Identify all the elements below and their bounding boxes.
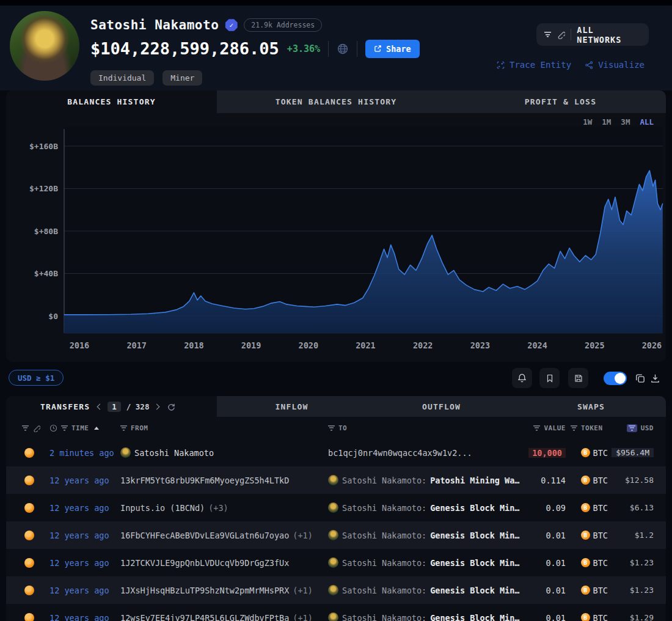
bitcoin-token-icon: [24, 503, 34, 513]
entity-avatar: [328, 612, 338, 621]
next-page-icon[interactable]: [154, 403, 160, 410]
table-row[interactable]: 12 years ago 13krFM5YtG8rbU9KFm6MyoeygZS…: [6, 466, 666, 494]
chart-visibility-toggle[interactable]: [604, 372, 627, 385]
transfer-to-cell[interactable]: Satoshi Nakamoto:Genesis Block Min…: [328, 585, 522, 595]
transfer-from-cell[interactable]: 12wsEv7EE4jv97LP4R5L6LGLZWdbvFPtBa(+1): [120, 613, 328, 621]
transfer-time-link[interactable]: 12 years ago: [40, 503, 120, 513]
transfers-rows: 2 minutes ago Satoshi Nakamoto bc1qcj0nr…: [6, 439, 666, 621]
transfer-time-link[interactable]: 12 years ago: [40, 558, 120, 568]
range-all[interactable]: ALL: [640, 117, 654, 127]
column-to[interactable]: TO: [328, 424, 522, 432]
tab-swaps[interactable]: SWAPS: [516, 396, 666, 417]
transfer-from-cell[interactable]: 1J2TCKVJLE9gpQnbLVDUcqVb9DrGgZ3fUx: [120, 558, 328, 568]
balance-history-chart[interactable]: $0$+40B$+80B$+120B$+160B2016201720182019…: [6, 113, 666, 362]
filter-all-icon[interactable]: [22, 425, 29, 431]
download-button[interactable]: [649, 373, 661, 384]
globe-icon[interactable]: [337, 43, 349, 55]
column-time[interactable]: TIME: [40, 424, 120, 432]
tab-balances-history[interactable]: BALANCES HISTORY: [6, 90, 217, 113]
transfer-value: 0.01: [546, 558, 566, 568]
transfer-time-link[interactable]: 2 minutes ago: [40, 448, 120, 458]
filter-value-icon[interactable]: [533, 425, 540, 431]
tab-inflow[interactable]: INFLOW: [217, 396, 367, 417]
transfer-time-link[interactable]: 12 years ago: [40, 613, 120, 621]
tag-individual[interactable]: Individual: [90, 70, 154, 86]
copy-button[interactable]: [635, 373, 646, 384]
transfer-time-link[interactable]: 12 years ago: [40, 586, 120, 595]
table-row[interactable]: 12 years ago 16FbCYHFecABeBVDvLEa9VGLatn…: [6, 521, 666, 549]
alert-bell-button[interactable]: [512, 368, 532, 388]
transfer-from-cell[interactable]: 1JXsHjHsqHBzLuTP9ShzNtw2pmMrMHsPRX(+1): [120, 586, 328, 595]
transfer-to-cell[interactable]: Satoshi Nakamoto:Genesis Block Min…: [328, 502, 522, 513]
transfer-usd-value: $1.29: [630, 613, 654, 621]
prev-page-icon[interactable]: [97, 403, 103, 410]
bitcoin-token-icon: [24, 448, 34, 458]
svg-text:2024: 2024: [527, 340, 547, 350]
download-icon: [649, 373, 661, 384]
range-1w[interactable]: 1W: [583, 117, 592, 127]
column-value[interactable]: VALUE: [522, 424, 566, 432]
refresh-button[interactable]: [167, 402, 176, 411]
filter-time-icon[interactable]: [61, 425, 68, 431]
tab-outflow[interactable]: OUTFLOW: [367, 396, 516, 417]
transfer-to-cell[interactable]: Satoshi Nakamoto:Patoshi Mining Wa…: [328, 475, 522, 485]
usd-filter-chip[interactable]: USD ≥ $1: [9, 370, 64, 386]
addresses-count-badge[interactable]: 21.9k Addresses: [244, 18, 322, 32]
transfer-value: 0.09: [546, 503, 566, 513]
visualize-button[interactable]: Visualize: [585, 60, 645, 70]
transfer-from-cell[interactable]: 16FbCYHFecABeBVDvLEa9VGLatn6u7oyao(+1): [120, 531, 328, 540]
bitcoin-token-icon: [24, 531, 34, 540]
transfer-token: B BTC: [566, 586, 608, 595]
table-row[interactable]: 2 minutes ago Satoshi Nakamoto bc1qcj0nr…: [6, 439, 666, 466]
entity-avatar: [328, 530, 338, 540]
tag-miner[interactable]: Miner: [163, 70, 202, 86]
graph-icon: [585, 61, 594, 70]
network-selector[interactable]: ALL NETWORKS: [536, 23, 649, 46]
transfer-token: B BTC: [566, 503, 608, 513]
table-row[interactable]: 12 years ago 1JXsHjHsqHBzLuTP9ShzNtw2pmM…: [6, 576, 666, 604]
svg-text:2018: 2018: [184, 340, 204, 350]
column-from[interactable]: FROM: [120, 424, 328, 432]
link-icon[interactable]: [32, 424, 40, 432]
table-row[interactable]: 12 years ago Inputs.io (1BCNd)(+3) Satos…: [6, 494, 666, 521]
save-button[interactable]: [568, 368, 588, 388]
trace-entity-button[interactable]: Trace Entity: [496, 60, 571, 70]
column-token[interactable]: TOKEN: [566, 424, 608, 432]
column-usd[interactable]: USD: [608, 424, 654, 432]
sort-ascending-icon[interactable]: [94, 427, 99, 430]
share-button[interactable]: Share: [365, 40, 420, 58]
transfer-from-cell[interactable]: 13krFM5YtG8rbU9KFm6MyoeygZS5h4LTkD: [120, 476, 328, 485]
transfer-token: B BTC: [566, 531, 608, 540]
bookmark-button[interactable]: [539, 368, 560, 388]
transfer-time-link[interactable]: 12 years ago: [40, 476, 120, 485]
table-row[interactable]: 12 years ago 12wsEv7EE4jv97LP4R5L6LGLZWd…: [6, 604, 666, 621]
svg-text:2022: 2022: [413, 340, 433, 350]
filter-from-icon[interactable]: [120, 425, 127, 431]
divider: [328, 41, 329, 57]
transfer-to-cell[interactable]: Satoshi Nakamoto:Genesis Block Min…: [328, 557, 522, 568]
filter-token-icon[interactable]: [571, 425, 577, 431]
btc-icon: B: [581, 558, 590, 567]
transfer-value: 0.114: [541, 476, 566, 485]
tab-profit-loss[interactable]: PROFIT & LOSS: [455, 90, 666, 113]
tab-transfers[interactable]: TRANSFERS 1 / 328: [6, 396, 217, 417]
range-3m[interactable]: 3M: [621, 117, 630, 127]
balances-chart-panel: BALANCES HISTORY TOKEN BALANCES HISTORY …: [6, 90, 666, 362]
transfer-to-cell[interactable]: bc1qcj0nr4wn0wqacc4ax9w1v2...: [328, 448, 522, 458]
tab-token-balances-history[interactable]: TOKEN BALANCES HISTORY: [217, 90, 455, 113]
transfer-to-cell[interactable]: Satoshi Nakamoto:Genesis Block Min…: [328, 612, 522, 621]
entity-header: Satoshi Nakamoto ✓ 21.9k Addresses $104,…: [0, 6, 672, 90]
toggle-knob: [615, 373, 626, 384]
svg-text:2019: 2019: [241, 340, 261, 350]
transfer-time-link[interactable]: 12 years ago: [40, 531, 120, 540]
filter-to-icon[interactable]: [328, 425, 335, 431]
transfer-from-cell[interactable]: Satoshi Nakamoto: [120, 447, 328, 458]
transfer-to-cell[interactable]: Satoshi Nakamoto:Genesis Block Min…: [328, 530, 522, 540]
transfer-value: 10,000: [528, 448, 566, 458]
current-page: 1: [108, 402, 121, 412]
svg-text:$+160B: $+160B: [29, 142, 58, 151]
transfer-from-cell[interactable]: Inputs.io (1BCNd)(+3): [120, 503, 328, 513]
range-1m[interactable]: 1M: [602, 117, 611, 127]
filter-usd-active-icon[interactable]: [627, 424, 637, 432]
table-row[interactable]: 12 years ago 1J2TCKVJLE9gpQnbLVDUcqVb9Dr…: [6, 549, 666, 576]
